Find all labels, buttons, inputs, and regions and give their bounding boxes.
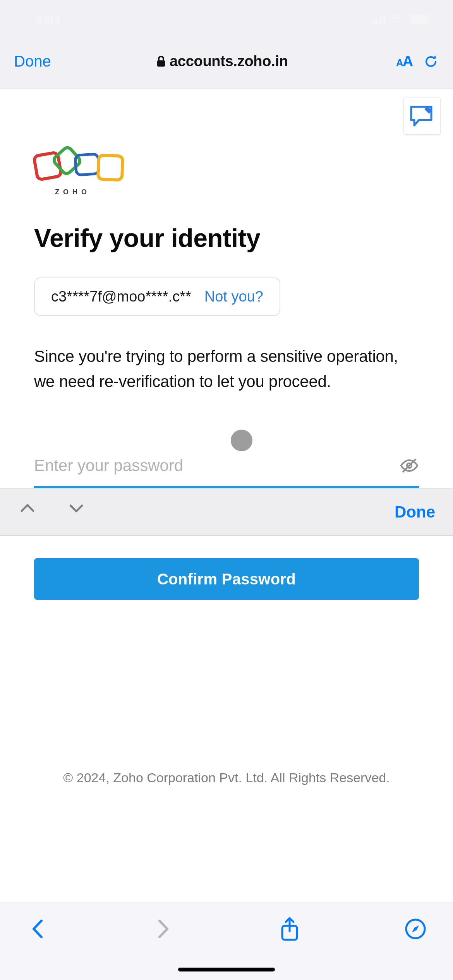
password-field-wrap: [34, 448, 419, 488]
svg-rect-2: [379, 17, 382, 24]
keyboard-done-button[interactable]: Done: [395, 503, 435, 521]
feedback-icon: [410, 105, 434, 127]
password-input[interactable]: [34, 456, 395, 475]
assistive-touch-indicator: [231, 430, 252, 451]
keyboard-prev-field-button[interactable]: [18, 499, 45, 526]
safari-url-text: accounts.zoho.in: [170, 53, 288, 70]
safari-icon: [405, 918, 426, 939]
eye-off-icon: [400, 456, 419, 475]
cellular-icon: [372, 15, 386, 24]
wifi-icon: [391, 15, 404, 24]
safari-open-in-safari-button[interactable]: [404, 918, 427, 940]
home-indicator: [178, 968, 275, 971]
battery-icon: [410, 15, 430, 24]
toggle-password-visibility-button[interactable]: [400, 456, 419, 475]
svg-rect-3: [383, 15, 386, 24]
email-chip: c3****7f@moo****.c** Not you?: [34, 278, 280, 316]
svg-rect-4: [410, 15, 427, 24]
email-masked-text: c3****7f@moo****.c**: [51, 288, 191, 305]
logo-brand-text: ZOHO: [34, 186, 419, 196]
safari-text-size-button[interactable]: AA: [391, 53, 418, 70]
safari-share-button[interactable]: [278, 918, 301, 940]
ios-status-bar: 9:41: [0, 0, 453, 39]
page-title: Verify your identity: [34, 196, 419, 253]
chevron-left-icon: [30, 918, 45, 939]
keyboard-next-field-button[interactable]: [67, 499, 94, 526]
logo-square-yellow: [96, 154, 124, 182]
chevron-down-icon: [67, 499, 86, 518]
svg-rect-5: [428, 17, 430, 21]
zoho-logo: ZOHO: [34, 89, 419, 196]
share-icon: [280, 917, 299, 941]
not-you-link[interactable]: Not you?: [204, 288, 263, 305]
explain-text: Since you're trying to perform a sensiti…: [34, 316, 419, 394]
safari-done-button[interactable]: Done: [14, 53, 53, 70]
chevron-right-icon: [156, 918, 171, 939]
feedback-button[interactable]: [403, 98, 441, 135]
confirm-password-button[interactable]: Confirm Password: [34, 558, 419, 600]
keyboard-accessory-bar: Done: [0, 488, 453, 536]
svg-rect-1: [376, 19, 378, 24]
svg-rect-0: [372, 21, 374, 24]
svg-rect-6: [157, 60, 165, 67]
page-content: ZOHO Verify your identity c3****7f@moo**…: [0, 89, 453, 785]
status-time: 9:41: [35, 12, 61, 27]
copyright-text: © 2024, Zoho Corporation Pvt. Ltd. All R…: [34, 600, 419, 785]
lock-icon: [156, 56, 166, 67]
safari-top-bar: Done accounts.zoho.in AA: [0, 39, 453, 89]
safari-reload-button[interactable]: [423, 53, 439, 70]
safari-forward-button[interactable]: [152, 918, 175, 940]
chevron-up-icon: [18, 499, 37, 518]
safari-back-button[interactable]: [26, 918, 49, 940]
